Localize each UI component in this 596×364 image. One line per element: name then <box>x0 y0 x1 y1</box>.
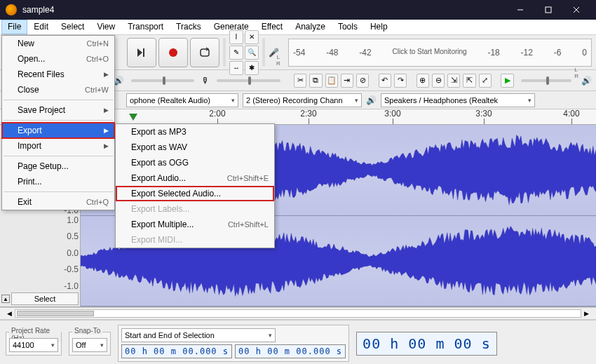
copy-button[interactable]: ⧉ <box>309 74 322 88</box>
draw-tool[interactable]: ✎ <box>229 46 243 60</box>
selection-start-time[interactable]: 00 h 00 m 00.000 s <box>121 344 232 358</box>
record-button[interactable] <box>158 38 188 67</box>
menu-item-open-[interactable]: Open...Ctrl+O <box>2 51 114 67</box>
menu-item-export-labels-: Export Labels... <box>116 201 274 217</box>
menu-item-save-project[interactable]: Save Project▶ <box>2 102 114 118</box>
tools-grid: I ✕ ✎ 🔍 ↔ ✱ <box>229 30 259 75</box>
close-button[interactable] <box>562 0 590 20</box>
horizontal-scrollbar[interactable]: ◀ ▶ <box>0 307 596 320</box>
play-at-speed-button[interactable]: ▶ <box>501 74 513 88</box>
ruler-label: 3:30 <box>475 109 492 119</box>
project-rate-group: Project Rate (Hz) 44100 <box>6 332 62 356</box>
selection-mode-select[interactable]: Start and End of Selection <box>121 328 276 342</box>
snap-to-select[interactable]: Off <box>72 338 107 352</box>
menu-analyze[interactable]: Analyze <box>289 20 332 34</box>
svg-rect-7 <box>201 49 209 56</box>
recording-volume-slider[interactable] <box>217 79 280 82</box>
menu-item-export[interactable]: Export▶ <box>2 123 114 138</box>
minimize-button[interactable] <box>506 0 534 20</box>
ruler-label: 4:00 <box>563 109 579 119</box>
menu-item-export-as-wav[interactable]: Export as WAV <box>116 140 274 155</box>
silence-button[interactable]: ⊘ <box>356 74 369 88</box>
paste-button[interactable]: 📋 <box>325 74 338 88</box>
track-collapse-button[interactable]: ▲ <box>1 295 10 303</box>
menu-item-export-audio-[interactable]: Export Audio...Ctrl+Shift+E <box>116 170 274 186</box>
menu-item-close[interactable]: CloseCtrl+W <box>2 82 114 97</box>
menu-view[interactable]: View <box>90 20 121 34</box>
menu-file[interactable]: File <box>1 20 27 34</box>
menu-effect[interactable]: Effect <box>255 20 289 34</box>
toolbar-separator <box>223 39 226 67</box>
ruler-label: 2:30 <box>300 109 316 119</box>
menu-item-page-setup-[interactable]: Page Setup... <box>2 159 114 174</box>
fit-selection-button[interactable]: ⇲ <box>447 74 460 88</box>
mic-icon: 🎙 <box>201 76 210 86</box>
svg-marker-4 <box>137 48 142 57</box>
speaker-icon: 🔊 <box>581 76 592 86</box>
menu-tools[interactable]: Tools <box>332 20 364 34</box>
audio-position-time[interactable]: 00 h 00 m 00 s <box>356 332 497 356</box>
menu-edit[interactable]: Edit <box>27 20 55 34</box>
maximize-button[interactable] <box>534 0 562 20</box>
recording-channels-select[interactable]: 2 (Stereo) Recording Chann <box>243 93 362 107</box>
menu-item-export-as-ogg[interactable]: Export as OGG <box>116 155 274 170</box>
menu-item-export-multiple-[interactable]: Export Multiple...Ctrl+Shift+L <box>116 217 274 232</box>
meter-click-text: Click to Start Monitoring <box>392 48 466 58</box>
svg-rect-1 <box>546 7 551 13</box>
play-speed-slider[interactable] <box>521 79 571 82</box>
skip-end-button[interactable] <box>127 38 156 67</box>
meter-lr-label: LR <box>276 54 280 67</box>
menu-transport[interactable]: Transport <box>121 20 170 34</box>
timeshift-tool[interactable]: ↔ <box>229 61 243 75</box>
redo-button[interactable]: ↷ <box>394 74 407 88</box>
menu-item-new[interactable]: NewCtrl+N <box>2 36 114 51</box>
menu-item-export-as-mp-[interactable]: Export as MP3 <box>116 124 274 140</box>
multi-tool[interactable]: ✱ <box>245 61 259 75</box>
menu-help[interactable]: Help <box>364 20 394 34</box>
ruler-label: 2:00 <box>209 109 225 119</box>
snap-to-group: Snap-To Off <box>69 332 111 356</box>
envelope-tool[interactable]: ✕ <box>245 30 259 44</box>
undo-button[interactable]: ↶ <box>379 74 391 88</box>
cut-button[interactable]: ✂ <box>294 74 306 88</box>
selection-end-time[interactable]: 00 h 00 m 00.000 s <box>235 344 346 358</box>
playback-volume-slider[interactable] <box>131 79 194 82</box>
selection-group: Start and End of Selection 00 h 00 m 00.… <box>118 325 349 362</box>
menu-tracks[interactable]: Tracks <box>170 20 208 34</box>
app-icon <box>6 4 17 15</box>
toolbar-separator <box>262 39 265 67</box>
scrollbar-thumb[interactable] <box>17 311 94 316</box>
playback-device-select[interactable]: Speakers / Headphones (Realtek <box>381 93 535 107</box>
ruler-label: 3:00 <box>384 109 400 119</box>
project-rate-select[interactable]: 44100 <box>9 338 58 352</box>
zoom-tool[interactable]: 🔍 <box>245 46 259 60</box>
menu-item-export-selected-audio-[interactable]: Export Selected Audio... <box>116 186 274 201</box>
menu-select[interactable]: Select <box>55 20 90 34</box>
export-submenu: Export as MP3Export as WAVExport as OGGE… <box>115 123 275 248</box>
trim-button[interactable]: ⇥ <box>341 74 353 88</box>
menu-item-import[interactable]: Import▶ <box>2 138 114 154</box>
fit-project-button[interactable]: ⇱ <box>463 74 475 88</box>
snap-to-label: Snap-To <box>72 327 102 335</box>
meter-ticks: -54-48-42 Click to Start Monitoring -18-… <box>293 48 587 58</box>
recording-meter[interactable]: -54-48-42 Click to Start Monitoring -18-… <box>288 39 592 67</box>
menu-item-recent-files[interactable]: Recent Files▶ <box>2 67 114 82</box>
menu-item-print-[interactable]: Print... <box>2 174 114 189</box>
menu-item-exit[interactable]: ExitCtrl+Q <box>2 194 114 210</box>
track-select-button[interactable]: Select <box>11 292 79 305</box>
amplitude-scale-right: 1.00.50.0-0.5-1.0 <box>63 215 79 292</box>
playhead-marker[interactable] <box>129 114 137 124</box>
selection-toolbar: Project Rate (Hz) 44100 Snap-To Off Star… <box>0 320 596 364</box>
recording-device-select[interactable]: ophone (Realtek Audio) <box>126 93 238 107</box>
zoom-out-button[interactable]: ⊖ <box>432 74 445 88</box>
svg-point-6 <box>169 48 177 57</box>
scroll-left-icon[interactable]: ◀ <box>4 310 15 317</box>
selection-tool[interactable]: I <box>229 30 243 44</box>
loop-button[interactable] <box>190 38 219 67</box>
file-menu-dropdown: NewCtrl+NOpen...Ctrl+ORecent Files▶Close… <box>1 35 115 210</box>
zoom-in-button[interactable]: ⊕ <box>416 74 429 88</box>
menubar: FileEditSelectViewTransportTracksGenerat… <box>0 20 596 35</box>
scroll-right-icon[interactable]: ▶ <box>581 310 592 317</box>
zoom-toggle-button[interactable]: ⤢ <box>479 74 492 88</box>
titlebar: sample4 <box>0 0 596 20</box>
